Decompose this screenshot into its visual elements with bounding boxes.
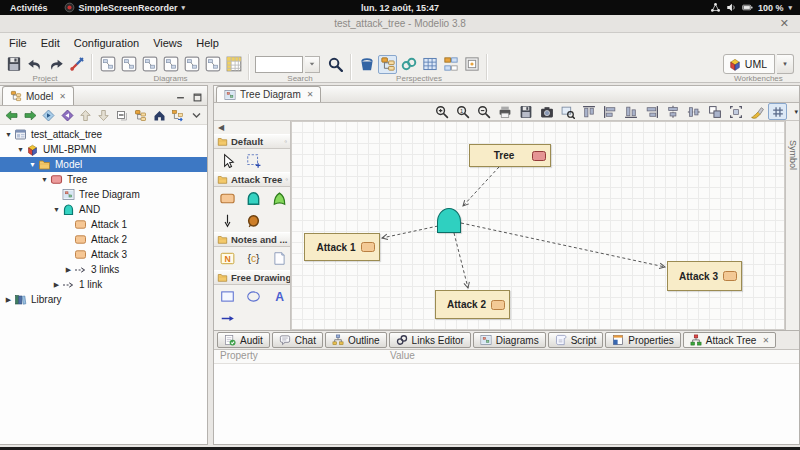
related-back-button[interactable] [41,107,56,123]
search-input[interactable] [255,56,303,73]
workbench-selector[interactable]: UML [723,54,775,74]
snapshot-button[interactable] [537,103,556,120]
palette-section-default[interactable]: Default◦ [214,134,290,149]
undo-button[interactable] [25,55,44,74]
search-combo-button[interactable] [305,56,320,73]
tree-item-3-links[interactable]: ▶3 links [0,262,207,277]
diagram-state-button[interactable] [203,55,222,74]
zoom-actual-button[interactable]: 1 [453,103,472,120]
maximize-button[interactable] [192,89,203,107]
property-table-body[interactable] [214,364,799,444]
expander-icon[interactable]: ▶ [63,266,74,274]
palette-tool-marquee[interactable] [245,152,261,168]
align-right-button[interactable] [642,103,661,120]
diagram-edge[interactable] [461,223,665,267]
persp-hier-button[interactable] [441,55,460,74]
bottom-tab-diagrams[interactable]: Diagrams [473,332,546,348]
tree-item-tree[interactable]: ▼Tree [0,172,207,187]
center-h-button[interactable] [663,103,682,120]
palette-tool-constraint[interactable]: {c} [245,250,261,266]
link-with-editor-button[interactable] [133,107,148,123]
save-button[interactable] [4,55,23,74]
palette-tool-attack-node[interactable] [219,190,235,206]
diagram-node-attack-1[interactable]: Attack 1 [304,233,380,261]
persp-model-tree-button[interactable] [378,55,397,74]
window-titlebar[interactable]: test_attack_tree - Modelio 3.8 ✕ [0,15,800,33]
align-top-button[interactable] [579,103,598,120]
symbol-side-tab[interactable]: Symbol [785,121,799,330]
move-up-button[interactable] [78,107,93,123]
menu-file[interactable]: File [2,37,34,49]
search-button[interactable] [326,55,345,74]
sync-tree-button[interactable] [170,107,185,123]
center-v-button[interactable] [684,103,703,120]
diagram-edge[interactable] [463,167,499,206]
print-button[interactable] [495,103,514,120]
tree-item-attack-3[interactable]: Attack 3 [0,247,207,262]
diagram-canvas[interactable]: TreeAttack 1Attack 2Attack 3 [291,121,785,330]
palette-tool-draw-ellipse[interactable] [245,288,261,304]
home-button[interactable] [152,107,167,123]
diagram-edge[interactable] [382,226,438,238]
persp-links-button[interactable] [399,55,418,74]
diagram-node-attack-2[interactable]: Attack 2 [435,290,510,319]
diagram-node-and-gate[interactable] [437,208,461,233]
close-icon[interactable]: ✕ [307,90,314,99]
bottom-tab-audit[interactable]: Audit [217,332,270,348]
diagram-usecase-button[interactable] [182,55,201,74]
palette-collapse-button[interactable]: ◀ [214,121,290,134]
view-menu-button[interactable] [189,107,204,123]
format-brush-button[interactable] [747,103,766,120]
palette-tool-draw-rect[interactable] [219,288,235,304]
tree-item-attack-2[interactable]: Attack 2 [0,232,207,247]
toolbar-more-icon[interactable]: ▾ [794,108,798,116]
bottom-tab-outline[interactable]: Outline [325,332,387,348]
activities-button[interactable]: Activités [10,3,48,13]
workbench-dropdown-button[interactable]: ▾ [777,54,794,74]
expander-icon[interactable]: ▼ [51,206,62,213]
palette-section-free-drawing[interactable]: Free Drawing◦ [214,270,290,285]
diagram-class-button[interactable] [98,55,117,74]
diagram-activity-button[interactable] [140,55,159,74]
move-down-button[interactable] [96,107,111,123]
palette-tool-or-gate[interactable] [271,190,287,206]
bottom-tab-properties[interactable]: Properties [605,332,681,348]
tree-item-test-attack-tree[interactable]: ▼test_attack_tree [0,127,207,142]
nav-back-button[interactable] [4,107,19,123]
expander-icon[interactable]: ▼ [27,161,38,168]
expander-icon[interactable]: ▶ [3,296,14,304]
bottom-tab-script[interactable]: Script [548,332,604,348]
persp-basket-button[interactable] [357,55,376,74]
palette-section-attack-tree[interactable]: Attack Tree◦ [214,172,290,187]
palette-tool-draw-text[interactable]: A [271,288,287,304]
redo-button[interactable] [46,55,65,74]
menu-help[interactable]: Help [189,37,226,49]
align-left-button[interactable] [600,103,619,120]
diagram-node-tree[interactable]: Tree [469,144,551,167]
palette-section-notes-and[interactable]: Notes and ...◦ [214,232,290,247]
palette-tool-and-gate-pal[interactable] [245,190,261,206]
diagram-package-button[interactable] [119,55,138,74]
tree-item-tree-diagram[interactable]: Tree Diagram [0,187,207,202]
expander-icon[interactable]: ▼ [15,146,26,153]
same-size-button[interactable] [705,103,724,120]
collapse-all-button[interactable] [115,107,130,123]
diagram-edge[interactable] [454,233,468,288]
zoom-in-button[interactable] [432,103,451,120]
persp-grid-button[interactable] [420,55,439,74]
nav-forward-button[interactable] [22,107,37,123]
menu-configuration[interactable]: Configuration [67,37,146,49]
app-indicator-menu[interactable]: SimpleScreenRecorder ▾ [64,2,186,13]
minimize-button[interactable] [175,89,186,107]
palette-tool-attack-link[interactable] [219,212,235,228]
diagram-composite-button[interactable] [161,55,180,74]
tree-item-model[interactable]: ▼Model [0,157,207,172]
palette-tool-external-doc[interactable] [271,250,287,266]
tree-item-1-link[interactable]: ▶1 link [0,277,207,292]
save-button[interactable] [516,103,535,120]
bottom-tab-chat[interactable]: Chat [272,332,323,348]
palette-tool-select-cursor[interactable] [219,152,235,168]
close-icon[interactable]: ✕ [59,92,66,101]
system-tray[interactable]: 100 % ▾ [710,2,800,13]
palette-tool-attack-root[interactable] [245,212,261,228]
